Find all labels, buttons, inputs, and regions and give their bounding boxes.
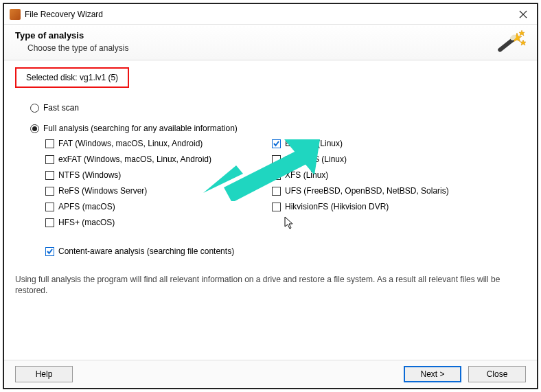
close-button[interactable]: Close — [468, 366, 526, 382]
page-subtitle: Choose the type of analysis — [27, 43, 526, 53]
checkbox-label: exFAT (Windows, macOS, Linux, Android) — [58, 154, 211, 164]
checkbox-label: HFS+ (macOS) — [58, 218, 115, 227]
selected-disk-box: Selected disk: vg1.lv1 (5) — [15, 67, 129, 88]
selected-disk-value: vg1.lv1 (5) — [80, 73, 118, 82]
titlebar: File Recovery Wizard — [4, 4, 537, 25]
checkbox-icon — [272, 139, 281, 148]
checkbox-xfs[interactable]: XFS (Linux) — [272, 170, 478, 180]
checkbox-icon — [45, 187, 54, 196]
svg-marker-1 — [520, 40, 526, 45]
wizard-body: Selected disk: vg1.lv1 (5) Fast scan Ful… — [4, 60, 537, 360]
next-button[interactable]: Next > — [404, 366, 461, 382]
window-title: File Recovery Wizard — [25, 10, 103, 19]
radio-icon — [30, 104, 39, 113]
checkbox-ext[interactable]: Ext2/3/4 (Linux) — [272, 139, 478, 148]
radio-full-analysis[interactable]: Full analysis (searching for any availab… — [30, 124, 526, 133]
checkbox-icon — [272, 155, 281, 164]
checkbox-icon — [45, 155, 54, 164]
checkbox-ufs[interactable]: UFS (FreeBSD, OpenBSD, NetBSD, Solaris) — [272, 186, 478, 196]
app-icon — [10, 9, 21, 20]
wizard-header: Type of analysis Choose the type of anal… — [4, 25, 537, 60]
checkbox-icon — [45, 218, 54, 227]
wizard-footer: Help Next > Close — [4, 360, 537, 388]
wizard-wand-icon — [494, 30, 527, 59]
checkbox-label: ReiserFS (Linux) — [285, 154, 347, 164]
checkbox-content-aware[interactable]: Content-aware analysis (searching file c… — [45, 246, 526, 256]
checkbox-icon — [272, 187, 281, 196]
checkbox-label: FAT (Windows, macOS, Linux, Android) — [58, 139, 203, 148]
radio-label: Fast scan — [43, 103, 79, 113]
radio-label: Full analysis (searching for any availab… — [43, 124, 238, 133]
checkbox-label: UFS (FreeBSD, OpenBSD, NetBSD, Solaris) — [285, 186, 449, 196]
mode-description: Using full analysis the program will fin… — [15, 274, 526, 296]
checkbox-icon — [272, 171, 281, 180]
checkbox-apfs[interactable]: APFS (macOS) — [45, 202, 272, 211]
checkbox-hikvisionfs[interactable]: HikvisionFS (Hikvision DVR) — [272, 202, 478, 211]
checkbox-label: Ext2/3/4 (Linux) — [285, 139, 343, 148]
checkbox-icon — [272, 203, 281, 211]
checkbox-label: NTFS (Windows) — [58, 170, 121, 180]
checkbox-icon — [45, 203, 54, 211]
filesystem-options: FAT (Windows, macOS, Linux, Android) Ext… — [45, 139, 526, 227]
checkbox-label: HikvisionFS (Hikvision DVR) — [285, 202, 389, 211]
page-title: Type of analysis — [15, 30, 526, 41]
selected-disk-prefix: Selected disk: — [26, 73, 80, 82]
checkbox-icon — [45, 139, 54, 148]
checkbox-label: Content-aware analysis (searching file c… — [58, 246, 234, 256]
checkbox-label: APFS (macOS) — [58, 202, 115, 211]
checkbox-icon — [45, 247, 54, 256]
radio-fast-scan[interactable]: Fast scan — [30, 103, 526, 113]
checkbox-hfsplus[interactable]: HFS+ (macOS) — [45, 218, 272, 227]
svg-marker-2 — [519, 30, 525, 36]
checkbox-label: XFS (Linux) — [285, 170, 328, 180]
checkbox-label: ReFS (Windows Server) — [58, 186, 147, 196]
checkbox-fat[interactable]: FAT (Windows, macOS, Linux, Android) — [45, 139, 272, 148]
window-close-button[interactable] — [509, 4, 537, 25]
checkbox-refs[interactable]: ReFS (Windows Server) — [45, 186, 272, 196]
checkbox-exfat[interactable]: exFAT (Windows, macOS, Linux, Android) — [45, 154, 272, 164]
checkbox-icon — [45, 171, 54, 180]
checkbox-ntfs[interactable]: NTFS (Windows) — [45, 170, 272, 180]
checkbox-reiserfs[interactable]: ReiserFS (Linux) — [272, 154, 478, 164]
wizard-window: File Recovery Wizard Type of analysis Ch… — [3, 3, 538, 389]
radio-icon — [30, 124, 39, 133]
help-button[interactable]: Help — [15, 366, 73, 382]
